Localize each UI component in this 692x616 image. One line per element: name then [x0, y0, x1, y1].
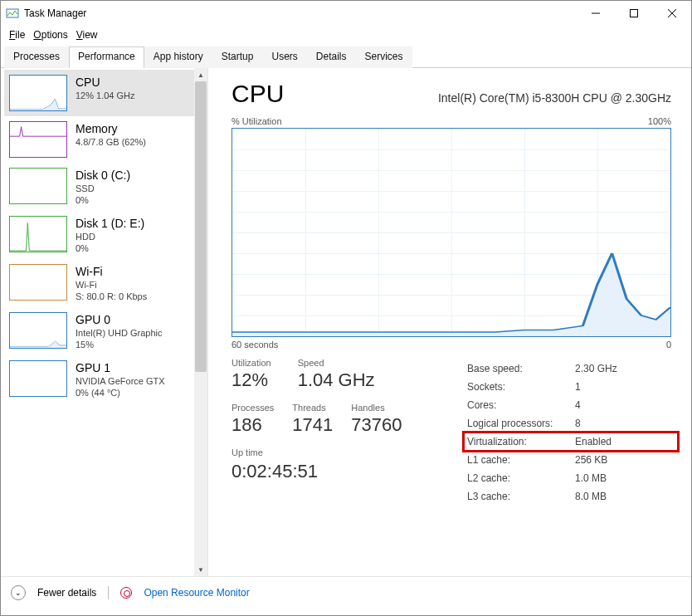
spec-value: 8 — [575, 418, 671, 429]
threads-label: Threads — [292, 403, 333, 413]
menu-view[interactable]: View — [73, 27, 101, 42]
sidebar-item-wifi[interactable]: Wi-Fi Wi-Fi S: 80.0 R: 0 Kbps — [4, 259, 207, 307]
chart-ymax: 100% — [648, 116, 671, 126]
chart-xmin: 0 — [666, 340, 671, 350]
task-manager-window: Task Manager File Options View Processes… — [0, 0, 692, 616]
spec-row: Cores:4 — [467, 396, 671, 414]
sidebar-label: GPU 0 — [76, 312, 163, 327]
menu-options[interactable]: Options — [30, 27, 71, 42]
sidebar-item-disk0[interactable]: Disk 0 (C:) SSD 0% — [4, 163, 207, 211]
sidebar-item-gpu1[interactable]: GPU 1 NVIDIA GeForce GTX 0% (44 °C) — [4, 355, 207, 403]
tab-processes[interactable]: Processes — [4, 46, 69, 68]
handles-label: Handles — [351, 403, 402, 413]
titlebar[interactable]: Task Manager — [1, 1, 691, 26]
app-icon — [6, 7, 19, 20]
handles-value: 73760 — [351, 414, 402, 436]
util-value: 12% — [231, 369, 271, 391]
menu-file[interactable]: File — [6, 27, 28, 42]
spec-key: Logical processors: — [467, 418, 575, 429]
gpu1-thumb — [9, 360, 67, 397]
sidebar-item-disk1[interactable]: Disk 1 (D: E:) HDD 0% — [4, 211, 207, 259]
sidebar-sub: NVIDIA GeForce GTX — [76, 375, 165, 387]
open-resource-monitor-link[interactable]: Open Resource Monitor — [144, 587, 249, 599]
sidebar-label: CPU — [76, 75, 135, 90]
sidebar-label: GPU 1 — [76, 360, 165, 375]
memory-thumb — [9, 121, 67, 158]
sidebar-sub: SSD — [76, 183, 130, 194]
footer-bar: ⌄ Fewer details Open Resource Monitor — [1, 576, 691, 615]
sidebar-sub: Wi-Fi — [76, 279, 147, 291]
spec-key: L3 cache: — [467, 491, 575, 502]
scroll-down-icon[interactable]: ▼ — [194, 563, 207, 576]
disk1-thumb — [9, 216, 67, 252]
sidebar-sub: Intel(R) UHD Graphic — [76, 327, 163, 339]
proc-value: 186 — [231, 414, 274, 436]
wifi-thumb — [9, 264, 67, 301]
spec-row: Sockets:1 — [467, 378, 671, 396]
tab-strip: Processes Performance App history Startu… — [1, 46, 691, 68]
sidebar-item-memory[interactable]: Memory 4.8/7.8 GB (62%) — [4, 116, 207, 163]
spec-value: 1 — [575, 381, 671, 393]
sidebar-scrollbar[interactable]: ▲ ▼ — [194, 68, 207, 576]
svg-marker-5 — [10, 100, 66, 110]
tab-services[interactable]: Services — [356, 46, 412, 68]
svg-marker-7 — [232, 253, 670, 336]
menu-bar: File Options View — [1, 26, 691, 44]
utilization-chart[interactable] — [231, 128, 671, 337]
tab-app-history[interactable]: App history — [144, 46, 212, 68]
collapse-icon[interactable]: ⌄ — [11, 585, 26, 600]
sidebar-sub2: 15% — [76, 339, 163, 350]
tab-performance[interactable]: Performance — [69, 46, 144, 68]
sidebar-label: Disk 1 (D: E:) — [76, 216, 144, 231]
performance-sidebar: CPU 12% 1.04 GHz Memory 4.8/7.8 GB (62%) — [1, 68, 208, 576]
chart-xmax: 60 seconds — [231, 340, 278, 350]
sidebar-item-cpu[interactable]: CPU 12% 1.04 GHz — [4, 70, 207, 116]
close-button[interactable] — [653, 1, 691, 26]
maximize-button[interactable] — [615, 1, 653, 26]
spec-row: Logical processors:8 — [467, 414, 671, 433]
spec-value: Enabled — [575, 436, 671, 447]
spec-value: 1.0 MB — [575, 472, 671, 484]
threads-value: 1741 — [292, 414, 333, 436]
spec-row: Virtualization:Enabled — [467, 433, 671, 451]
sidebar-sub2: 0% (44 °C) — [76, 387, 165, 398]
sidebar-sub: 12% 1.04 GHz — [76, 90, 135, 101]
spec-key: L1 cache: — [467, 454, 575, 466]
svg-rect-2 — [631, 10, 638, 17]
util-label: Utilization — [231, 358, 271, 368]
spec-value: 2.30 GHz — [575, 363, 671, 374]
fewer-details-link[interactable]: Fewer details — [37, 587, 96, 599]
divider — [108, 586, 109, 599]
sidebar-label: Wi-Fi — [76, 264, 147, 279]
spec-key: Sockets: — [467, 381, 575, 393]
gpu0-thumb — [9, 312, 67, 349]
speed-value: 1.04 GHz — [298, 369, 375, 391]
uptime-label: Up time — [231, 447, 447, 457]
cpu-thumb — [9, 75, 67, 111]
resource-monitor-icon[interactable] — [120, 587, 132, 599]
page-title: CPU — [231, 80, 284, 108]
spec-key: Cores: — [467, 399, 575, 411]
tab-startup[interactable]: Startup — [212, 46, 263, 68]
spec-value: 4 — [575, 399, 671, 411]
scroll-up-icon[interactable]: ▲ — [194, 68, 207, 81]
proc-label: Processes — [231, 403, 274, 413]
disk0-thumb — [9, 168, 67, 204]
uptime-value: 0:02:45:51 — [231, 461, 447, 482]
tab-details[interactable]: Details — [307, 46, 356, 68]
sidebar-sub: HDD — [76, 231, 144, 242]
cpu-model: Intel(R) Core(TM) i5-8300H CPU @ 2.30GHz — [304, 91, 671, 105]
chart-ylabel: % Utilization — [231, 116, 282, 126]
scroll-thumb[interactable] — [195, 81, 207, 372]
spec-key: Virtualization: — [467, 436, 575, 447]
sidebar-sub2: 0% — [76, 242, 144, 254]
sidebar-item-gpu0[interactable]: GPU 0 Intel(R) UHD Graphic 15% — [4, 307, 207, 355]
minimize-button[interactable] — [577, 1, 615, 26]
tab-users[interactable]: Users — [262, 46, 306, 68]
sidebar-label: Disk 0 (C:) — [76, 168, 130, 183]
spec-key: Base speed: — [467, 363, 575, 374]
content-area: CPU 12% 1.04 GHz Memory 4.8/7.8 GB (62%) — [1, 68, 691, 576]
main-panel: CPU Intel(R) Core(TM) i5-8300H CPU @ 2.3… — [208, 68, 691, 576]
sidebar-label: Memory — [76, 121, 146, 136]
spec-row: L1 cache:256 KB — [467, 451, 671, 469]
